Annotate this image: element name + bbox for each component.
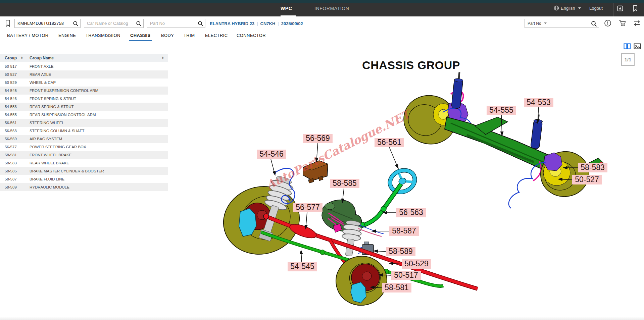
nav-tab-electric[interactable]: ELECTRIC [205, 33, 228, 38]
group-name: STEERING COLUMN & SHAFT [30, 129, 85, 133]
image-view-icon[interactable] [634, 43, 641, 51]
table-row[interactable]: 54-555REAR SUSPENSION CONTROL ARM [0, 111, 168, 119]
table-row[interactable]: 50-527REAR AXLE [0, 70, 168, 78]
language-select[interactable]: English [561, 6, 575, 11]
group-code: 58-587 [5, 177, 17, 181]
nav-tab-engine[interactable]: ENGINE [58, 33, 76, 38]
nav-tab-chassis[interactable]: CHASSIS [130, 33, 151, 38]
column-header-group-name[interactable]: Group Name [30, 56, 54, 60]
diagram-panel: AutoPartsCatalogue.NET 54-54656-56956-56… [178, 51, 644, 320]
panel-scroll-track[interactable] [168, 51, 168, 320]
vin-input[interactable] [15, 19, 80, 28]
bookmark-vin-icon[interactable] [5, 19, 11, 29]
breadcrumb-model[interactable]: ELANTRA HYBRID 23 [210, 21, 254, 26]
group-code: 58-589 [5, 185, 17, 189]
partno-search-input[interactable] [147, 19, 205, 28]
chassis-diagram[interactable]: AutoPartsCatalogue.NET 54-54656-56956-56… [178, 51, 644, 320]
release-notes-icon[interactable] [617, 5, 624, 13]
group-table-header: Group ▲▼ Group Name ▲▼ [0, 54, 168, 62]
table-row[interactable]: 58-589HYDRAULIC MODULE [0, 183, 168, 191]
group-code: 58-583 [5, 161, 17, 165]
search-icon[interactable] [136, 21, 142, 28]
cart-icon[interactable] [618, 19, 627, 28]
nav-tab-battery-motor[interactable]: BATTERY / MOTOR [7, 33, 49, 38]
table-row[interactable]: 56-563STEERING COLUMN & SHAFT [0, 127, 168, 135]
tab-wpc[interactable]: WPC [281, 6, 292, 11]
language-caret-icon [578, 7, 581, 9]
group-name: REAR AXLE [30, 72, 51, 76]
callout-arrow [306, 212, 307, 229]
view-toolbar [0, 41, 644, 51]
group-code: 56-561 [5, 121, 17, 125]
sort-icon[interactable]: ▲▼ [162, 56, 164, 59]
page-indicator[interactable]: 1/1 [621, 53, 635, 66]
callout-code: 54-545 [290, 262, 314, 271]
diagram-label-56-563[interactable]: 56-563 [383, 208, 426, 217]
table-row[interactable]: 54-546FRONT SPRING & STRUT [0, 95, 168, 103]
callout-code: 50-517 [394, 271, 418, 279]
callout-code: 50-527 [575, 175, 599, 184]
column-header-group[interactable]: Group [5, 56, 17, 60]
table-row[interactable]: 56-561STEERING WHEEL [0, 119, 168, 127]
table-row[interactable]: 58-583REAR WHEEL BRAKE [0, 159, 168, 167]
globe-icon [554, 5, 559, 12]
top-bar: WPC INFORMATION English Logout [0, 0, 644, 16]
partno-filter-select[interactable]: Part No [525, 19, 548, 28]
table-row[interactable]: 58-587BRAKE FLUID LINE [0, 175, 168, 183]
table-row[interactable]: 54-545FRONT SUSPENSION CONTROL ARM [0, 87, 168, 95]
group-name: POWER STEERING GEAR BOX [30, 145, 86, 149]
nav-tab-body[interactable]: BODY [161, 33, 174, 38]
table-row[interactable]: 50-517FRONT AXLE [0, 62, 168, 70]
compare-arrows-icon[interactable] [633, 19, 641, 28]
partno-filter-value: Part No [528, 21, 541, 26]
callout-code: 58-581 [385, 283, 409, 292]
diagram-label-58-585[interactable]: 58-585 [330, 179, 359, 203]
callout-code: 54-553 [527, 98, 551, 107]
group-code: 50-527 [5, 72, 17, 76]
table-row[interactable]: 58-585BRAKE MASTER CYLINDER & BOOSTER [0, 167, 168, 175]
table-row[interactable]: 56-569AIR BAG SYSTEM [0, 135, 168, 143]
table-row[interactable]: 54-553REAR SPRING & STRUT [0, 103, 168, 111]
callout-code: 56-577 [296, 203, 320, 212]
topbar-separator [629, 3, 629, 16]
callout-code: 58-585 [333, 179, 357, 188]
diagram-label-58-587[interactable]: 58-587 [371, 226, 419, 236]
search-icon[interactable] [73, 21, 79, 28]
logout-button[interactable]: Logout [589, 6, 603, 11]
topbar-separator [613, 3, 614, 16]
group-name: WHEEL & CAP [30, 81, 56, 85]
group-name: BRAKE FLUID LINE [30, 177, 64, 181]
group-name: FRONT WHEEL BRAKE [30, 153, 71, 157]
info-icon[interactable] [604, 19, 611, 28]
bookmark-icon[interactable] [632, 5, 638, 13]
search-icon[interactable] [591, 21, 597, 28]
section-nav: BATTERY / MOTOR ENGINE TRANSMISSION CHAS… [0, 30, 644, 41]
front-hub [362, 272, 371, 280]
split-view-icon[interactable] [624, 43, 631, 51]
car-search-input[interactable] [84, 19, 143, 28]
group-table-body: 50-517FRONT AXLE50-527REAR AXLE50-529WHE… [0, 62, 168, 191]
nav-tab-trim[interactable]: TRIM [184, 33, 195, 38]
select-caret-icon [544, 22, 547, 24]
group-name: BRAKE MASTER CYLINDER & BOOSTER [30, 169, 104, 173]
table-row[interactable]: 56-577POWER STEERING GEAR BOX [0, 143, 168, 151]
diagram-label-54-545[interactable]: 54-545 [288, 250, 317, 271]
car-search-box [84, 19, 144, 28]
diagram-label-56-561[interactable]: 56-561 [375, 138, 404, 169]
search-icon[interactable] [198, 21, 203, 28]
table-row[interactable]: 58-581FRONT WHEEL BRAKE [0, 151, 168, 159]
tab-information[interactable]: INFORMATION [314, 6, 349, 11]
vin-input-box [14, 19, 81, 28]
sort-icon[interactable]: ▲▼ [21, 56, 23, 59]
breadcrumb-date[interactable]: 2025/09/02 [281, 21, 303, 26]
breadcrumb-separator: | [254, 21, 260, 26]
nav-tab-transmission[interactable]: TRANSMISSION [86, 33, 120, 38]
group-code: 56-577 [5, 145, 17, 149]
callout-arrow [501, 115, 502, 136]
breadcrumb-code[interactable]: CN7KH [260, 21, 276, 26]
group-code: 54-555 [5, 113, 17, 117]
group-list-panel: Group ▲▼ Group Name ▲▼ 50-517FRONT AXLE5… [0, 51, 168, 320]
nav-tab-connector[interactable]: CONNECTOR [237, 33, 266, 38]
table-row[interactable]: 50-529WHEEL & CAP [0, 78, 168, 87]
group-code: 50-529 [5, 81, 17, 85]
